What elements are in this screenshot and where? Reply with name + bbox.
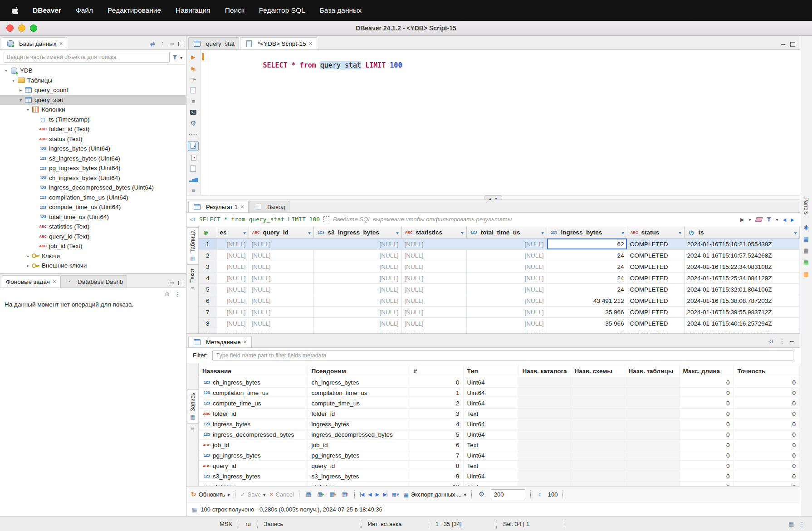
grid-cell[interactable]: COMPLETED (627, 273, 684, 284)
grid-cell[interactable]: [NULL] (313, 318, 401, 329)
grid-cell[interactable]: [NULL] (217, 239, 249, 250)
catalog-name-cell[interactable] (519, 388, 571, 398)
max-length-cell[interactable]: 0 (679, 450, 734, 461)
tree-item[interactable]: Внешние ключи (0, 261, 186, 271)
field-type-cell[interactable]: Uint64 (463, 398, 519, 409)
precision-cell[interactable]: 0 (734, 471, 800, 482)
column-filter-dropdown-icon[interactable] (679, 229, 681, 236)
grid-cell[interactable]: [NULL] (401, 295, 466, 307)
field-name-cell[interactable]: job_id (199, 440, 308, 450)
grid-cell[interactable]: [NULL] (313, 250, 401, 261)
view-menu-icon[interactable] (160, 40, 165, 47)
max-length-cell[interactable]: 0 (679, 409, 734, 419)
value-viewer-panel-icon[interactable] (804, 224, 808, 230)
menu-item[interactable]: Файл (76, 6, 93, 15)
column-header[interactable]: ingress_bytes (547, 226, 627, 239)
field-type-cell[interactable]: Text (463, 440, 519, 450)
precision-cell[interactable]: 0 (734, 482, 800, 487)
grid-cell[interactable]: [NULL] (466, 250, 547, 261)
catalog-name-cell[interactable] (519, 429, 571, 440)
filter-funnel-icon[interactable] (172, 55, 177, 59)
table-name-cell[interactable] (625, 482, 679, 487)
add-row-icon[interactable] (317, 491, 325, 498)
field-type-cell[interactable]: Uint64 (463, 388, 519, 398)
grid-cell[interactable]: [NULL] (466, 261, 547, 273)
grid-cell[interactable]: [NULL] (313, 261, 401, 273)
tree-item[interactable]: YDB (0, 66, 186, 76)
row-number-cell[interactable]: 8 (199, 318, 217, 329)
expander-icon[interactable] (24, 263, 31, 268)
field-type-cell[interactable]: Uint64 (463, 429, 519, 440)
grid-cell[interactable]: [NULL] (217, 295, 249, 307)
first-row-button[interactable]: |◀ (360, 492, 364, 497)
max-length-cell[interactable]: 0 (679, 398, 734, 409)
tree-item[interactable]: compute_time_us (Uint64) (0, 202, 186, 212)
row-number-cell[interactable]: 1 (199, 239, 217, 250)
open-script-icon[interactable] (188, 164, 198, 173)
tree-item[interactable]: ch_ingress_bytes (Uint64) (0, 173, 186, 183)
row-number-cell[interactable]: 2 (199, 250, 217, 261)
execute-script-icon[interactable] (188, 75, 198, 83)
execute-statement-icon[interactable] (188, 53, 198, 61)
settings-gear-icon[interactable] (188, 119, 198, 127)
filter-history-dropdown-icon[interactable] (749, 216, 751, 223)
grid-cell[interactable]: COMPLETED (627, 295, 684, 307)
grid-cell[interactable]: [NULL] (217, 261, 249, 273)
grid-settings-gear-icon[interactable] (477, 490, 487, 499)
custom-filter-icon[interactable] (190, 216, 196, 223)
catalog-name-cell[interactable] (519, 471, 571, 482)
max-length-cell[interactable]: 0 (679, 461, 734, 471)
grid-cell[interactable]: [NULL] (313, 295, 401, 307)
grid-cell[interactable]: 24 (547, 261, 627, 273)
grid-cell[interactable]: 2024-01-16T15:32:01.804106Z (684, 284, 800, 295)
tree-item[interactable]: pg_ingress_bytes (Uint64) (0, 163, 186, 173)
app-menu[interactable]: DBeaver (33, 6, 61, 15)
precision-cell[interactable]: 0 (734, 388, 800, 398)
table-name-cell[interactable] (625, 398, 679, 409)
panel-config-icon[interactable] (768, 338, 774, 345)
column-filter-dropdown-icon[interactable] (541, 229, 543, 236)
filter-query-text[interactable]: SELECT * from query_stat LIMIT 100 (199, 216, 320, 223)
column-header[interactable]: es (217, 226, 249, 239)
close-icon[interactable] (59, 40, 63, 47)
grid-cell[interactable]: [NULL] (249, 329, 313, 334)
refresh-button[interactable]: Обновить (191, 491, 230, 498)
grid-cell[interactable]: [NULL] (249, 318, 313, 329)
grid-cell[interactable]: [NULL] (217, 329, 249, 334)
field-alias-cell[interactable]: ingress_bytes (308, 419, 410, 429)
selection-indicator[interactable]: Sel: 34 | 1 (497, 520, 564, 528)
minimize-panel-icon[interactable] (170, 283, 174, 283)
tab-databases[interactable]: Базы данных (2, 37, 67, 49)
script-log-icon[interactable] (188, 153, 198, 162)
grid-cell[interactable]: [NULL] (401, 273, 466, 284)
tree-item[interactable]: Ключи (0, 251, 186, 261)
grid-cell[interactable]: 2024-01-16T15:22:34.083108Z (684, 261, 800, 273)
tab-query-stat[interactable]: query_stat (188, 37, 239, 49)
table-row[interactable]: 8 [NULL] [NULL] [NULL] [NULL] [NULL] 35 … (199, 318, 800, 329)
column-header[interactable]: total_time_us (466, 226, 547, 239)
field-number-cell[interactable]: 5 (410, 429, 463, 440)
chart-icon[interactable] (188, 175, 198, 184)
overflow-menu-icon[interactable] (799, 521, 805, 527)
precision-cell[interactable]: 0 (734, 450, 800, 461)
menu-item[interactable]: Навигация (176, 6, 210, 15)
tree-item[interactable]: total_time_us (Uint64) (0, 212, 186, 222)
tree-item[interactable]: query_stat (0, 95, 186, 105)
grid-cell[interactable]: 2024-01-16T15:25:34.084129Z (684, 273, 800, 284)
menu-item[interactable]: База данных (320, 6, 362, 15)
expander-icon[interactable] (10, 78, 17, 83)
precision-cell[interactable]: 0 (734, 429, 800, 440)
max-length-cell[interactable]: 0 (679, 377, 734, 388)
outline-icon[interactable] (188, 186, 198, 195)
previous-row-button[interactable]: ◀ (368, 492, 371, 497)
max-length-cell[interactable]: 0 (679, 429, 734, 440)
grid-cell[interactable]: [NULL] (313, 284, 401, 295)
grid-panel-icon[interactable] (803, 235, 809, 242)
menu-item[interactable]: Поиск (225, 6, 245, 15)
field-type-cell[interactable]: Uint64 (463, 419, 519, 429)
metadata-row[interactable]: compilation_time_us compilation_time_us … (199, 388, 800, 398)
field-type-cell[interactable]: Uint64 (463, 450, 519, 461)
max-length-cell[interactable]: 0 (679, 471, 734, 482)
metadata-row[interactable]: folder_id folder_id 3 Text 0 (199, 409, 800, 419)
presentation-tab-grid[interactable]: Таблица (187, 227, 198, 265)
